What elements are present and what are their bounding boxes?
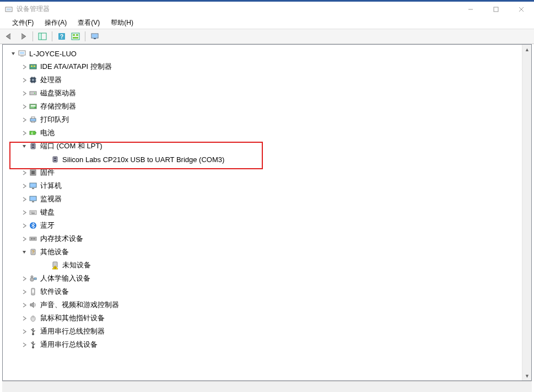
svg-rect-52: [30, 183, 36, 187]
tree-node-sound[interactable]: 声音、视频和游戏控制器: [5, 298, 522, 312]
scan-hardware-button[interactable]: [69, 30, 82, 42]
maximize-button[interactable]: [483, 2, 509, 17]
chevron-right-icon[interactable]: [20, 197, 28, 202]
computer-icon: [17, 49, 27, 58]
menu-help[interactable]: 帮助(H): [105, 17, 139, 29]
svg-rect-39: [30, 119, 36, 121]
tree-node-mouse[interactable]: 鼠标和其他指针设备: [5, 312, 522, 325]
chevron-right-icon[interactable]: [20, 276, 28, 281]
tree-node-ports[interactable]: 端口 (COM 和 LPT): [5, 139, 522, 153]
tree-node-other[interactable]: ? 其他设备: [5, 245, 522, 259]
chevron-right-icon[interactable]: [20, 289, 28, 294]
toolbar-separator: [85, 31, 85, 41]
svg-point-71: [31, 276, 33, 278]
tree-node-storage[interactable]: 存储控制器: [5, 100, 522, 113]
chevron-right-icon[interactable]: [20, 170, 28, 175]
chevron-down-icon[interactable]: [9, 51, 17, 56]
svg-rect-72: [30, 278, 34, 281]
svg-rect-44: [31, 143, 35, 149]
tree-node-other-child[interactable]: ! 未知设备: [5, 259, 522, 272]
disk-drive-icon: [28, 88, 38, 98]
window-title: 设备管理器: [17, 4, 458, 14]
chevron-right-icon[interactable]: [20, 303, 28, 308]
chevron-right-icon[interactable]: [20, 65, 28, 69]
help-button[interactable]: ?: [56, 30, 68, 42]
toolbar: ?: [0, 29, 534, 44]
svg-rect-47: [53, 157, 57, 162]
display-devices-button[interactable]: [89, 30, 101, 42]
menu-file[interactable]: 文件(F): [7, 17, 39, 29]
menu-action[interactable]: 操作(A): [39, 17, 72, 29]
forward-button[interactable]: [17, 30, 29, 42]
svg-rect-41: [31, 121, 35, 122]
tree-node-battery[interactable]: 电池: [5, 126, 522, 139]
tree-node-keyboard[interactable]: 键盘: [5, 206, 522, 219]
svg-rect-59: [34, 212, 35, 213]
ide-controller-icon: [28, 62, 38, 72]
minimize-button[interactable]: [458, 2, 483, 17]
svg-rect-34: [30, 92, 36, 95]
tree-node-bluetooth[interactable]: 蓝牙: [5, 219, 522, 232]
svg-text:?: ?: [60, 34, 63, 40]
chevron-down-icon[interactable]: [20, 144, 28, 149]
vertical-scrollbar[interactable]: ▲ ▼: [522, 45, 531, 380]
tree-node-disk[interactable]: 磁盘驱动器: [5, 87, 522, 100]
tree-node-firmware[interactable]: 固件: [5, 166, 522, 179]
svg-rect-23: [34, 66, 35, 67]
back-button[interactable]: [3, 30, 15, 42]
tree-node-software[interactable]: 软件设备: [5, 285, 522, 298]
device-manager-icon: [4, 5, 13, 14]
scroll-down-button[interactable]: ▼: [522, 371, 532, 380]
node-label: 声音、视频和游戏控制器: [40, 300, 119, 310]
node-label: 固件: [40, 168, 55, 178]
tree-node-usb-ctrl[interactable]: 通用串行总线控制器: [5, 325, 522, 338]
titlebar: 设备管理器: [0, 0, 534, 17]
node-label: 未知设备: [62, 260, 91, 270]
chevron-right-icon[interactable]: [20, 104, 28, 109]
tree-node-monitor[interactable]: 监视器: [5, 192, 522, 206]
chevron-right-icon[interactable]: [20, 131, 28, 136]
chevron-right-icon[interactable]: [20, 117, 28, 122]
svg-rect-75: [33, 289, 34, 293]
hid-icon: [28, 273, 38, 283]
printer-icon: [28, 115, 38, 125]
svg-rect-63: [31, 238, 32, 240]
tree-node-memory[interactable]: 内存技术设备: [5, 232, 522, 245]
scroll-up-button[interactable]: ▲: [522, 45, 532, 54]
chevron-right-icon[interactable]: [20, 210, 28, 215]
node-label: 内存技术设备: [40, 234, 83, 244]
tree-node-computer[interactable]: 计算机: [5, 179, 522, 192]
usb-icon: [28, 340, 38, 350]
computer-name-label: L-JOYCE-LUO: [29, 50, 77, 58]
chevron-right-icon[interactable]: [20, 91, 28, 96]
chevron-right-icon[interactable]: [20, 329, 28, 334]
chevron-right-icon[interactable]: [20, 316, 28, 321]
chevron-right-icon[interactable]: [20, 78, 28, 83]
tree-node-hid[interactable]: 人体学输入设备: [5, 272, 522, 285]
close-button[interactable]: [509, 2, 534, 17]
svg-rect-21: [30, 65, 36, 69]
tree-node-printq[interactable]: 打印队列: [5, 113, 522, 126]
chevron-right-icon[interactable]: [20, 223, 28, 228]
tree-node-ide[interactable]: IDE ATA/ATAPI 控制器: [5, 60, 522, 73]
tree-root[interactable]: L-JOYCE-LUO: [5, 47, 522, 60]
tree-node-ports-child[interactable]: Silicon Labs CP210x USB to UART Bridge (…: [5, 153, 522, 166]
chevron-down-icon[interactable]: [20, 250, 28, 255]
show-hide-tree-button[interactable]: [36, 30, 48, 42]
chevron-right-icon[interactable]: [20, 237, 28, 241]
tree-node-usb-dev[interactable]: 通用串行总线设备: [5, 338, 522, 351]
menu-view[interactable]: 查看(V): [72, 17, 105, 29]
device-tree[interactable]: L-JOYCE-LUO IDE ATA/ATAPI 控制器 处理器 磁盘驱动器: [3, 45, 522, 380]
svg-rect-46: [32, 147, 34, 148]
svg-rect-48: [54, 158, 56, 159]
audio-icon: [28, 300, 38, 310]
window-controls: [458, 2, 534, 17]
node-label: 键盘: [40, 207, 55, 217]
software-device-icon: [28, 287, 38, 297]
node-label: 通用串行总线控制器: [40, 326, 105, 336]
chevron-right-icon[interactable]: [20, 342, 28, 347]
memory-icon: [28, 234, 38, 244]
mouse-icon: [28, 313, 38, 323]
chevron-right-icon[interactable]: [20, 184, 28, 189]
tree-node-cpu[interactable]: 处理器: [5, 73, 522, 87]
